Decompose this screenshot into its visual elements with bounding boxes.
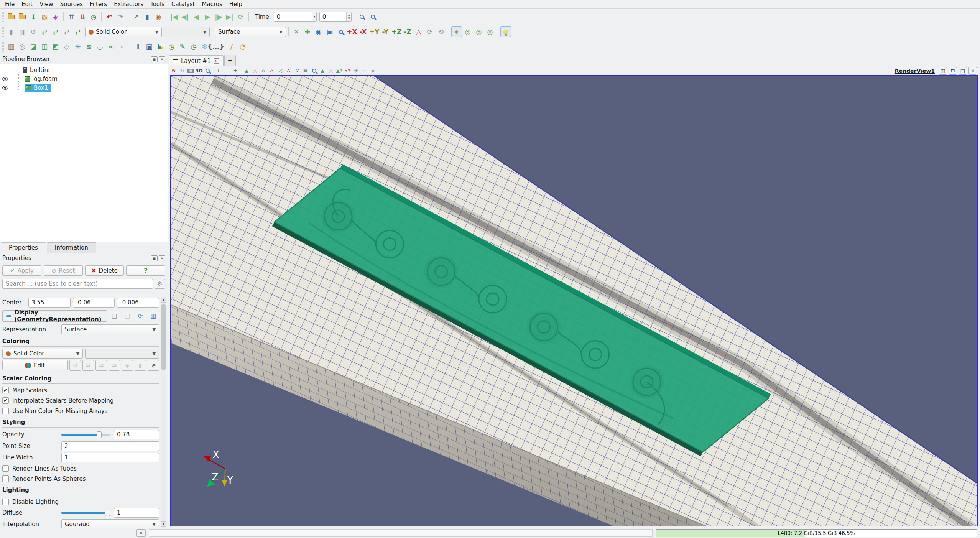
search-options-gear-icon[interactable]: ⚙	[155, 279, 165, 289]
zoom-to-data-icon[interactable]: ✚	[302, 26, 313, 37]
rotate-90-cw-icon[interactable]: ⟳	[424, 26, 435, 37]
menu-item[interactable]: Help	[226, 0, 246, 8]
menu-item[interactable]: File	[2, 0, 18, 8]
select-points-polygon-icon[interactable]: ⌂	[268, 67, 276, 75]
query-points-icon[interactable]: •?	[344, 67, 352, 75]
rescale-data-icon[interactable]: ⇄	[82, 360, 94, 371]
plot-over-line-icon[interactable]: I	[133, 41, 143, 52]
undo-icon[interactable]: ↶	[104, 12, 115, 22]
rescale-range-icon[interactable]: ↺	[69, 360, 81, 371]
rescale-temporal-icon[interactable]: ⇄	[109, 360, 120, 371]
choose-preset-icon[interactable]: ◈	[122, 360, 133, 371]
center-z-field[interactable]	[117, 298, 159, 308]
checkbox[interactable]	[2, 475, 9, 482]
color-map-bar-icon[interactable]: ▮	[6, 26, 16, 37]
tab-information[interactable]: Information	[47, 242, 96, 253]
checkbox[interactable]	[2, 408, 9, 414]
rotate-90-ccw-icon[interactable]: ⟲	[436, 26, 446, 37]
reset-camera-icon[interactable]: ✕	[291, 26, 302, 37]
close-panel-icon[interactable]: ×	[159, 56, 165, 62]
menu-item[interactable]: Edit	[18, 0, 36, 8]
tab-layout-1[interactable]: Layout #1 ×	[169, 55, 224, 66]
reset-rotation-center-icon[interactable]: ◎	[474, 26, 484, 37]
protractor-icon[interactable]: ◔	[237, 41, 248, 52]
edit-color-legend-icon[interactable]: e	[148, 360, 159, 371]
hover-cells-icon[interactable]: ▲	[318, 67, 327, 75]
zoom-to-box-icon[interactable]	[335, 26, 346, 37]
first-frame-icon[interactable]: |◀	[169, 12, 179, 22]
glyph-icon[interactable]: ✳	[72, 41, 83, 52]
isometric-view-icon[interactable]: △	[413, 26, 424, 37]
nan-color-row[interactable]: Use Nan Color For Missing Arrays	[2, 406, 159, 416]
reset-range-icon[interactable]: ↺	[28, 26, 39, 37]
paste-display-icon[interactable]: ▤	[122, 311, 133, 321]
view-minus-x-icon[interactable]: -X	[358, 26, 368, 37]
select-cells-polygon-icon[interactable]: ⌂	[259, 67, 268, 75]
menu-item[interactable]: Sources	[57, 0, 86, 8]
scrollbar-thumb[interactable]	[161, 304, 166, 370]
query-cells-icon[interactable]: ▲?	[335, 67, 344, 75]
scroll-up-icon[interactable]: ▲	[161, 297, 166, 303]
hover-points-icon[interactable]	[310, 67, 318, 75]
menu-item[interactable]: View	[36, 0, 57, 8]
last-frame-icon[interactable]: ▶|	[224, 12, 235, 22]
select-block-icon[interactable]: ◁	[276, 67, 284, 75]
split-horizontal-icon[interactable]: ◫	[939, 67, 947, 75]
redo-icon[interactable]: ↷	[115, 12, 126, 22]
edit-rotation-center-icon[interactable]: ◎	[462, 26, 473, 37]
point-size-field[interactable]	[61, 441, 159, 451]
pipeline-item-builtin[interactable]: builtin:	[0, 66, 168, 74]
render-viewport[interactable]: X Z Y	[170, 75, 978, 526]
clear-selection-icon[interactable]: ×	[369, 67, 377, 75]
menu-item[interactable]: Filters	[86, 0, 110, 8]
grow-selection-icon[interactable]: ✚	[352, 67, 360, 75]
disconnect-server-icon[interactable]: ⇊	[77, 12, 88, 22]
spin-up-icon[interactable]: ▲	[348, 14, 350, 17]
select-points-interactive-icon[interactable]: △	[327, 67, 335, 75]
color-bar-icon[interactable]: ▮	[135, 360, 146, 371]
group-datasets-icon[interactable]: ∞	[106, 41, 117, 52]
diffuse-slider[interactable]	[61, 509, 110, 517]
capture-screenshot-icon[interactable]	[186, 67, 195, 75]
checkbox[interactable]: ✔	[2, 397, 9, 404]
delete-source-icon[interactable]: ▮	[142, 12, 153, 22]
interpolation-select[interactable]: Gouraud ▼	[61, 519, 159, 528]
abort-button[interactable]: ×	[136, 529, 146, 537]
mode-3d-label[interactable]: 3D	[195, 67, 203, 75]
center-y-field[interactable]	[73, 298, 115, 308]
view-plus-y-icon[interactable]: +Y	[369, 26, 380, 37]
rescale-custom-range-icon[interactable]: ⇄	[50, 26, 61, 37]
histogram-icon[interactable]	[155, 41, 166, 52]
search-input[interactable]	[2, 279, 153, 289]
diffuse-field[interactable]	[114, 508, 159, 518]
loop-icon[interactable]: ⟳	[235, 12, 246, 22]
shrink-selection-icon[interactable]: ━	[360, 67, 369, 75]
calculator-icon[interactable]: ▦	[6, 41, 16, 52]
plot-data-icon[interactable]: ✎	[177, 41, 188, 52]
float-panel-icon[interactable]: ▣	[151, 255, 158, 261]
slider-handle[interactable]	[105, 510, 110, 516]
select-points-on-icon[interactable]: △	[251, 67, 259, 75]
render-points-spheres-row[interactable]: Render Points As Spheres	[2, 474, 159, 484]
checkbox[interactable]: ✔	[2, 387, 9, 393]
threshold-icon[interactable]: ◩	[50, 41, 61, 52]
close-panel-icon[interactable]: ×	[159, 255, 165, 261]
menu-item[interactable]: Macros	[198, 0, 225, 8]
stream-tracer-icon[interactable]: ≋	[84, 41, 94, 52]
zoom-time-icon[interactable]	[357, 12, 367, 22]
timer-icon[interactable]: ◷	[88, 12, 99, 22]
save-animation-icon[interactable]: ◈	[50, 12, 61, 22]
checkbox[interactable]	[2, 499, 9, 505]
color-palette-icon[interactable]: ◉	[153, 12, 164, 22]
edit-color-map-button[interactable]: Edit	[2, 360, 68, 370]
save-screenshot-icon[interactable]: ▧	[39, 12, 50, 22]
rescale-data-range-icon[interactable]: ⇄	[39, 26, 50, 37]
disable-lighting-row[interactable]: Disable Lighting	[2, 497, 159, 507]
python-calculator-icon[interactable]: {…}	[210, 41, 221, 52]
rescale-temporal-range-icon[interactable]: ⇄	[61, 26, 72, 37]
selected-item[interactable]: Box1	[25, 84, 51, 92]
toggle-selection-icon[interactable]: ±	[231, 67, 240, 75]
pipeline-item-logfoam[interactable]: log.foam	[0, 74, 168, 83]
tab-properties[interactable]: Properties	[1, 242, 46, 253]
menu-item[interactable]: Extractors	[110, 0, 147, 8]
